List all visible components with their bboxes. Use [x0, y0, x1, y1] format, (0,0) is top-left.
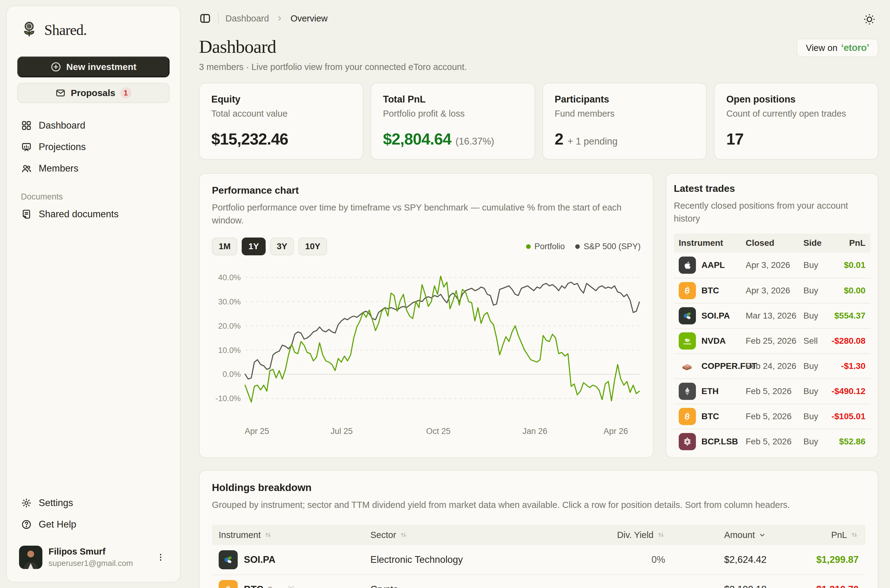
- svg-text:10.0%: 10.0%: [218, 345, 241, 355]
- proposals-button[interactable]: Proposals 1: [17, 83, 170, 103]
- latest-trades-desc: Recently closed positions from your acco…: [674, 199, 858, 225]
- trade-row-copper-fut[interactable]: COPPER.FUTFeb 24, 2026Buy-$1.30: [674, 353, 870, 378]
- trade-row-soi-pa[interactable]: SOI.PAMar 13, 2026Buy$554.37: [674, 303, 870, 328]
- trade-ticker: BTC: [701, 286, 719, 296]
- sidebar-item-label: Settings: [39, 498, 73, 508]
- trade-side: Buy: [803, 286, 828, 296]
- trade-ticker: NVDA: [701, 336, 726, 346]
- sidebar-item-dashboard[interactable]: Dashboard: [17, 116, 170, 135]
- user-menu-kebab-icon[interactable]: [153, 550, 168, 564]
- timeframe-buttons: 1M1Y3Y10Y: [212, 237, 327, 255]
- sort-updown-icon: [399, 531, 408, 539]
- trade-row-bcp-lsb[interactable]: BCP.LSBFeb 5, 2026Buy$52.86: [674, 429, 870, 454]
- sidebar-item-label: Shared documents: [39, 208, 119, 220]
- new-investment-button[interactable]: New investment: [17, 57, 170, 77]
- trade-row-nvda[interactable]: NVIDIANVDAFeb 25, 2026Sell-$280.08: [674, 328, 870, 353]
- sidebar-main-nav: DashboardProjectionsMembers: [17, 116, 170, 178]
- avatar: [19, 546, 42, 569]
- performance-desc: Portfolio performance over time by timef…: [212, 201, 624, 227]
- timeframe-button-1m[interactable]: 1M: [212, 237, 238, 255]
- sidebar-item-label: Get Help: [39, 519, 76, 530]
- svg-text:Jan 26: Jan 26: [522, 427, 547, 436]
- holdings-title: Holdings breakdown: [212, 482, 866, 494]
- stat-suffix: (16.37%): [456, 136, 494, 147]
- trade-closed-date: Apr 3, 2026: [746, 260, 803, 270]
- timeframe-button-1y[interactable]: 1Y: [242, 237, 266, 255]
- sidebar-footer-nav: SettingsGet Help: [17, 494, 170, 534]
- svg-text:30.0%: 30.0%: [218, 297, 241, 306]
- svg-text:40.0%: 40.0%: [218, 273, 241, 282]
- holdings-col-sector[interactable]: Sector: [370, 530, 561, 540]
- sidebar-item-shared-documents[interactable]: Shared documents: [17, 205, 170, 224]
- app-logo[interactable]: Shared.: [20, 20, 168, 39]
- timeframe-button-10y[interactable]: 10Y: [298, 237, 327, 255]
- apple-icon: [679, 256, 696, 274]
- breadcrumb-parent[interactable]: Dashboard: [226, 14, 269, 24]
- stat-label: Participants: [555, 94, 695, 105]
- topbar-divider: [218, 13, 219, 24]
- document-icon: [21, 208, 32, 220]
- trade-closed-date: Apr 3, 2026: [746, 286, 803, 296]
- holding-positions-count: 2 positions: [268, 585, 307, 588]
- view-on-label: View on: [806, 43, 837, 53]
- trade-closed-date: Feb 5, 2026: [746, 437, 803, 447]
- holdings-desc: Grouped by instrument; sector and TTM di…: [212, 498, 866, 511]
- trades-col-closed: Closed: [746, 238, 803, 248]
- sidebar-item-label: Members: [39, 163, 78, 174]
- timeframe-button-3y[interactable]: 3Y: [270, 237, 294, 255]
- trade-side: Buy: [803, 361, 828, 371]
- plant-logo-icon: [20, 20, 39, 39]
- sidebar-toggle-icon[interactable]: [199, 12, 211, 24]
- trade-ticker: SOI.PA: [701, 311, 730, 321]
- trade-ticker: BTC: [701, 411, 719, 422]
- trade-pnl: $52.86: [828, 437, 866, 447]
- theme-toggle-sun-icon[interactable]: [863, 13, 876, 26]
- stat-label: Open positions: [726, 94, 866, 105]
- svg-text:0.0%: 0.0%: [223, 369, 241, 379]
- holding-div-yield: —: [561, 584, 665, 588]
- holding-amount: $2,624.42: [665, 554, 767, 565]
- trade-row-aapl[interactable]: AAPLApr 3, 2026Buy$0.01: [674, 253, 870, 278]
- trades-table-header: Instrument Closed Side PnL: [674, 234, 870, 253]
- trade-closed-date: Feb 24, 2026: [746, 361, 803, 371]
- holdings-col-div-yield[interactable]: Div. Yield: [561, 530, 665, 540]
- stat-card-equity: EquityTotal account value$15,232.46: [199, 83, 363, 160]
- stat-sublabel: Fund members: [555, 109, 695, 119]
- legend-label: Portfolio: [534, 242, 565, 251]
- holdings-col-label: Div. Yield: [617, 530, 654, 540]
- trade-row-eth[interactable]: ETHFeb 5, 2026Buy-$490.12: [674, 378, 870, 404]
- holding-div-yield: 0%: [561, 554, 665, 565]
- holding-pnl: $1,299.87: [767, 554, 859, 565]
- view-on-etoro-button[interactable]: View on ‘etoro’: [797, 39, 878, 57]
- stat-value: 2: [555, 130, 563, 148]
- user-profile[interactable]: Filipos Smurf superuser1@gmail.com: [17, 543, 170, 572]
- sidebar-item-members[interactable]: Members: [17, 159, 170, 178]
- envelope-icon: [55, 88, 66, 98]
- gear-icon: [21, 498, 32, 508]
- chart-controls: 1M1Y3Y10Y PortfolioS&P 500 (SPY): [212, 237, 640, 255]
- holdings-breakdown-card: Holdings breakdown Grouped by instrument…: [199, 470, 878, 588]
- holdings-col-instrument[interactable]: Instrument: [219, 530, 370, 540]
- trade-pnl: -$490.12: [828, 386, 866, 396]
- bcp-lsb-icon: [679, 433, 696, 450]
- trade-row-btc[interactable]: BBTCApr 3, 2026Buy$0.00: [674, 278, 870, 303]
- soi-pa-icon: [219, 550, 238, 569]
- holdings-col-amount[interactable]: Amount: [665, 530, 767, 540]
- ethereum-icon: [679, 383, 696, 400]
- holding-row-btc[interactable]: BBTC2 positionsCrypto—$2,199.18-$1,310.7…: [212, 574, 866, 588]
- trade-side: Buy: [803, 260, 828, 270]
- trade-row-btc[interactable]: BBTCFeb 5, 2026Buy-$105.01: [674, 404, 870, 429]
- legend-dot-icon: [526, 244, 531, 249]
- trade-closed-date: Feb 5, 2026: [746, 411, 803, 422]
- sidebar-spacer: [17, 224, 170, 494]
- proposals-label: Proposals: [71, 88, 115, 98]
- trade-ticker: BCP.LSB: [701, 437, 738, 447]
- page-subtitle: 3 members · Live portfolio view from you…: [199, 62, 467, 72]
- sidebar: Shared. New investment Proposals 1 Dashb…: [6, 6, 180, 582]
- holding-row-soi-pa[interactable]: SOI.PAElectronic Technology0%$2,624.42$1…: [212, 545, 866, 574]
- sidebar-item-projections[interactable]: Projections: [17, 138, 170, 156]
- sidebar-item-settings[interactable]: Settings: [17, 494, 170, 513]
- holdings-col-pnl[interactable]: PnL: [767, 530, 859, 540]
- trade-side: Sell: [803, 336, 828, 346]
- sidebar-item-get-help[interactable]: Get Help: [17, 515, 170, 534]
